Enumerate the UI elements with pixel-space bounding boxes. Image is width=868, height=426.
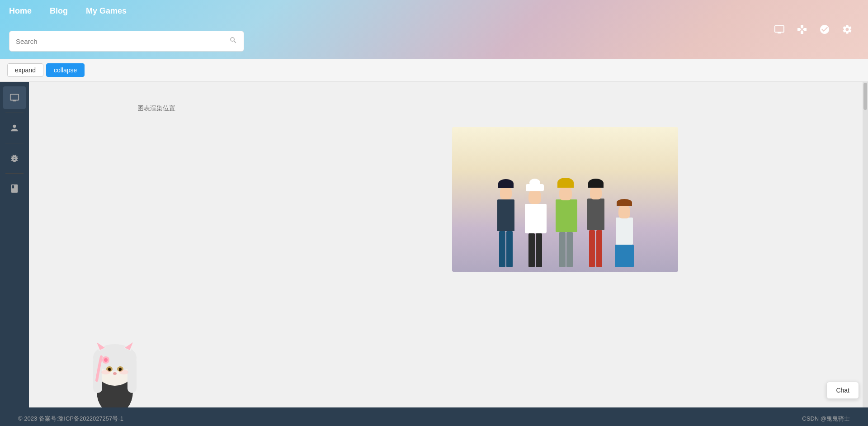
svg-point-13 (113, 372, 117, 375)
svg-point-16 (101, 370, 110, 374)
settings-icon[interactable] (840, 22, 854, 37)
sidebar-item-monitor[interactable] (3, 86, 26, 109)
tv-icon[interactable] (772, 22, 787, 37)
sidebar (0, 82, 29, 407)
collapse-button[interactable]: collapse (46, 63, 85, 77)
book-icon (9, 184, 19, 194)
chart-placeholder: 图表渲染位置 (137, 104, 175, 113)
sidebar-item-user[interactable] (3, 117, 26, 139)
btn-row: expand collapse (0, 59, 868, 82)
game-icon[interactable] (795, 22, 809, 37)
nav-my-games[interactable]: My Games (86, 6, 127, 16)
nav-home[interactable]: Home (9, 6, 32, 16)
header-icons (772, 22, 854, 37)
main-layout: 图表渲染位置 (0, 82, 868, 407)
scrollbar-thumb[interactable] (863, 83, 867, 110)
footer-author: CSDN @鬼鬼骑士 (802, 415, 850, 423)
chat-button[interactable]: Chat (826, 382, 859, 399)
main-nav: Home Blog My Games (9, 0, 127, 16)
sidebar-item-book[interactable] (3, 177, 26, 200)
footer: © 2023 备案号:豫ICP备2022027257号-1 CSDN @鬼鬼骑士 (0, 407, 868, 426)
monitor-icon (9, 93, 19, 103)
svg-point-17 (119, 370, 128, 374)
content-area: 图表渲染位置 (29, 82, 868, 407)
footer-copyright: © 2023 备案号:豫ICP备2022027257号-1 (18, 415, 123, 423)
nav-blog[interactable]: Blog (50, 6, 68, 16)
bug-icon (9, 153, 19, 163)
scrollbar[interactable] (863, 82, 868, 407)
svg-rect-4 (127, 357, 137, 393)
search-icon (229, 36, 237, 46)
user-icon (9, 123, 19, 133)
svg-point-15 (104, 358, 108, 362)
search-input[interactable] (16, 38, 229, 45)
anime-image (452, 127, 678, 272)
circle-icon[interactable] (817, 22, 832, 37)
search-bar[interactable] (9, 31, 244, 52)
expand-button[interactable]: expand (7, 63, 43, 77)
sidebar-divider-3 (5, 173, 24, 174)
sidebar-divider-1 (5, 113, 24, 113)
mascot (74, 317, 156, 407)
sidebar-divider-2 (5, 143, 24, 143)
sidebar-item-bug[interactable] (3, 147, 26, 170)
header: Home Blog My Games (0, 0, 868, 59)
